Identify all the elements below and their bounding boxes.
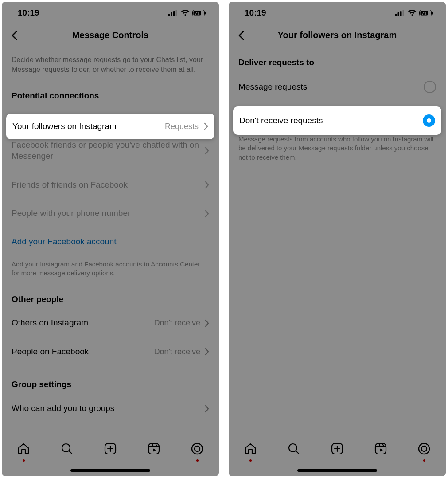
notification-dot <box>196 459 199 462</box>
back-chevron-icon <box>11 31 18 40</box>
svg-text:71: 71 <box>421 11 427 16</box>
row-label: People on Facebook <box>12 346 154 357</box>
chevron-right-icon <box>205 319 209 327</box>
section-group-settings: Group settings <box>2 366 219 394</box>
reels-icon <box>374 442 387 455</box>
nav-header: Message Controls <box>2 24 219 47</box>
row-value: Don't receive <box>154 318 200 328</box>
svg-text:71: 71 <box>195 11 200 16</box>
content: Decide whether message requests go to yo… <box>2 47 219 419</box>
svg-rect-19 <box>432 12 433 14</box>
option-dont-receive[interactable]: Don't receive requests <box>233 106 441 135</box>
status-bar: 10:19 71 <box>229 2 446 24</box>
tab-bar <box>2 433 219 476</box>
back-chevron-icon <box>238 31 245 40</box>
notification-dot <box>23 459 25 462</box>
tab-create[interactable] <box>101 439 120 458</box>
svg-rect-3 <box>176 10 178 16</box>
radio-selected-icon <box>423 114 435 127</box>
phone-right: 10:19 71 Your followers on Instagram Del… <box>229 2 446 476</box>
plus-square-icon <box>331 442 344 455</box>
svg-rect-10 <box>148 443 159 454</box>
plus-square-icon <box>104 442 117 455</box>
tab-search[interactable] <box>284 439 303 458</box>
row-phone-number[interactable]: People with your phone number <box>2 199 219 228</box>
option-label: Message requests <box>238 82 424 93</box>
battery-icon: 71 <box>192 10 206 16</box>
intro-text: Decide whether message requests go to yo… <box>2 47 219 78</box>
notification-dot <box>249 459 252 462</box>
cellular-icon <box>395 10 405 16</box>
row-value: Requests <box>165 122 199 131</box>
chevron-right-icon <box>205 181 209 189</box>
svg-point-24 <box>419 443 429 454</box>
tab-reels[interactable] <box>371 439 390 458</box>
nav-header: Your followers on Instagram <box>229 24 446 47</box>
row-followers-instagram[interactable]: Your followers on Instagram Requests <box>6 114 214 139</box>
add-facebook-link[interactable]: Add your Facebook account <box>12 237 117 246</box>
tab-profile[interactable] <box>188 439 206 458</box>
status-bar: 10:19 71 <box>2 2 219 24</box>
profile-icon <box>417 442 431 455</box>
profile-icon <box>191 442 204 455</box>
svg-rect-15 <box>400 11 402 16</box>
svg-rect-6 <box>205 12 206 14</box>
cellular-icon <box>168 10 178 16</box>
option-label: Don't receive requests <box>239 116 323 125</box>
home-icon <box>244 442 257 455</box>
svg-rect-1 <box>171 12 173 16</box>
chevron-right-icon <box>205 147 209 155</box>
svg-rect-23 <box>375 443 386 454</box>
row-label: Your followers on Instagram <box>12 121 117 131</box>
row-group-add[interactable]: Who can add you to groups <box>2 394 219 419</box>
svg-point-11 <box>192 443 203 454</box>
status-time: 10:19 <box>245 8 266 18</box>
row-label: Others on Instagram <box>12 317 154 329</box>
tab-search[interactable] <box>58 439 76 458</box>
svg-rect-2 <box>173 11 175 16</box>
chevron-right-icon <box>205 348 209 356</box>
reels-icon <box>147 442 160 455</box>
row-value: Don't receive <box>154 347 200 357</box>
chevron-right-icon <box>205 210 209 218</box>
row-others-instagram[interactable]: Others on Instagram Don't receive <box>2 309 219 337</box>
wifi-icon <box>181 10 190 16</box>
add-facebook-desc: Add your Instagram and Facebook accounts… <box>2 255 219 282</box>
radio-unselected-icon <box>424 81 436 93</box>
chevron-right-icon <box>204 122 208 130</box>
row-label: Friends of friends on Facebook <box>12 180 205 191</box>
wifi-icon <box>408 10 417 16</box>
row-label: Who can add you to groups <box>12 403 205 414</box>
svg-point-25 <box>421 446 427 451</box>
notification-dot <box>423 459 425 462</box>
tab-profile[interactable] <box>415 439 433 458</box>
row-label: Facebook friends or people you've chatte… <box>12 140 205 161</box>
status-right: 71 <box>168 10 206 16</box>
status-time: 10:19 <box>18 8 39 18</box>
section-potential-connections: Potential connections <box>2 78 219 105</box>
row-people-facebook[interactable]: People on Facebook Don't receive <box>2 337 219 366</box>
page-title: Message Controls <box>2 30 219 40</box>
section-other-people: Other people <box>2 281 219 309</box>
tab-home[interactable] <box>241 439 260 458</box>
svg-point-12 <box>195 446 200 451</box>
svg-rect-14 <box>398 12 400 16</box>
tab-reels[interactable] <box>144 439 163 458</box>
page-title: Your followers on Instagram <box>229 30 446 40</box>
tab-home[interactable] <box>14 439 33 458</box>
tab-bar <box>229 433 446 476</box>
tab-create[interactable] <box>328 439 347 458</box>
section-deliver-to: Deliver requests to <box>229 47 446 72</box>
status-right: 71 <box>395 10 433 16</box>
add-facebook-row[interactable]: Add your Facebook account <box>2 228 219 255</box>
row-friends-of-friends[interactable]: Friends of friends on Facebook <box>2 171 219 200</box>
phone-left: 10:19 71 Message Controls Decide whether… <box>2 2 219 476</box>
search-icon <box>287 442 300 455</box>
back-button[interactable] <box>231 26 251 45</box>
svg-rect-0 <box>168 14 170 16</box>
option-message-requests[interactable]: Message requests <box>229 72 446 102</box>
svg-rect-16 <box>403 10 405 16</box>
svg-rect-13 <box>395 14 397 16</box>
battery-icon: 71 <box>419 10 433 16</box>
back-button[interactable] <box>4 26 24 45</box>
